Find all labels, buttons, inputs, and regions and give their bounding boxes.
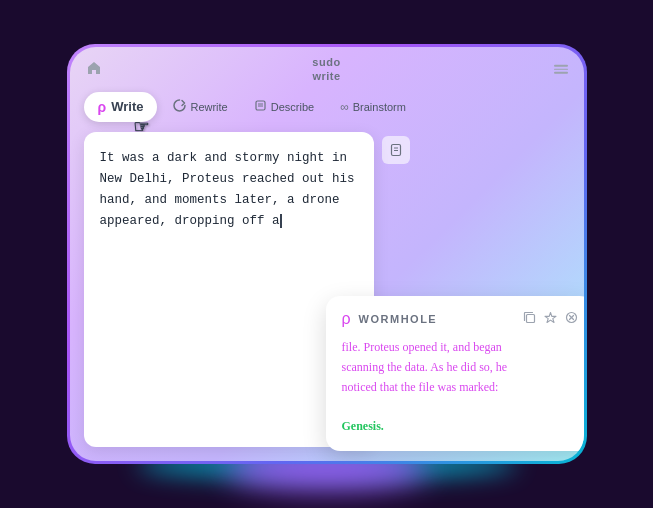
copy-icon[interactable]: [523, 311, 536, 327]
write-logo-icon: ρ: [98, 99, 107, 115]
wormhole-genesis: Genesis.: [342, 419, 384, 433]
wormhole-title: WORMHOLE: [359, 313, 515, 325]
app-container: sudo write ρ Write ☞: [70, 47, 584, 461]
describe-label: Describe: [271, 101, 314, 113]
write-label: Write: [111, 99, 143, 114]
menu-icon[interactable]: [554, 65, 568, 74]
wormhole-card: ρ WORMHOLE: [326, 296, 584, 451]
text-cursor: [280, 214, 282, 228]
menu-line-3: [554, 72, 568, 74]
brainstorm-button[interactable]: ∞ Brainstorm: [330, 94, 416, 120]
brainstorm-icon: ∞: [340, 100, 349, 114]
wormhole-actions: [523, 311, 578, 327]
menu-line-1: [554, 65, 568, 67]
star-icon[interactable]: [544, 311, 557, 327]
device-shell: sudo write ρ Write ☞: [67, 44, 587, 464]
describe-icon: [254, 99, 267, 115]
wormhole-logo-icon: ρ: [342, 310, 351, 328]
svg-rect-6: [526, 315, 534, 323]
wormhole-text-line1: file. Proteus opened it, and beganscanni…: [342, 340, 508, 394]
brainstorm-label: Brainstorm: [353, 101, 406, 113]
toolbar: ρ Write ☞ Rewrite: [70, 92, 584, 132]
rewrite-button[interactable]: Rewrite: [163, 93, 237, 121]
wormhole-header: ρ WORMHOLE: [342, 310, 578, 328]
rewrite-icon: [173, 99, 186, 115]
write-button[interactable]: ρ Write ☞: [84, 92, 158, 122]
document-icon-button[interactable]: [382, 136, 410, 164]
describe-button[interactable]: Describe: [244, 93, 324, 121]
app-title: sudo write: [312, 55, 340, 84]
menu-line-2: [554, 69, 568, 71]
top-bar: sudo write: [70, 47, 584, 92]
rewrite-label: Rewrite: [190, 101, 227, 113]
editor-text: It was a dark and stormy night in New De…: [100, 148, 358, 233]
content-area: It was a dark and stormy night in New De…: [70, 132, 584, 461]
device-inner: sudo write ρ Write ☞: [70, 47, 584, 461]
home-icon: [86, 60, 104, 78]
wormhole-content: file. Proteus opened it, and beganscanni…: [342, 338, 578, 437]
device-wrapper: sudo write ρ Write ☞: [67, 44, 587, 464]
close-circle-icon[interactable]: [565, 311, 578, 327]
